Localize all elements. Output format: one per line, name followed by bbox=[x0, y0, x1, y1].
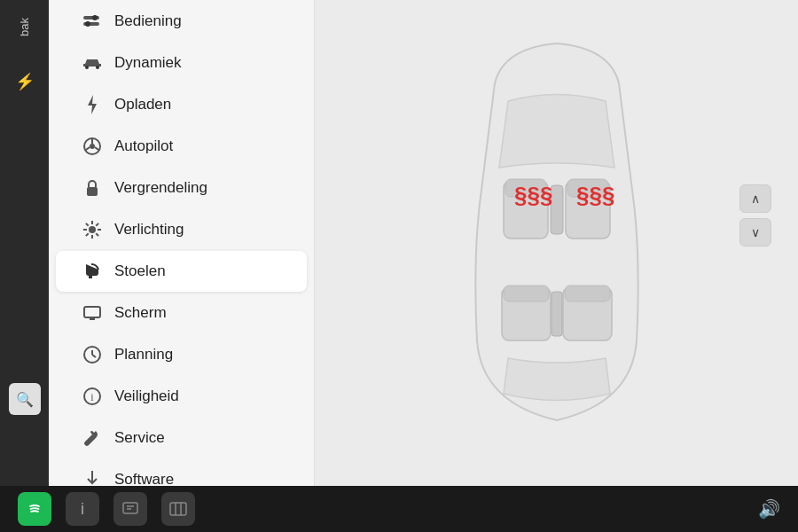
lock-icon bbox=[82, 178, 102, 198]
sidebar-item-stoelen[interactable]: Stoelen bbox=[56, 251, 307, 292]
svg-point-1 bbox=[92, 15, 98, 20]
chevron-up-button[interactable]: ∧ bbox=[739, 184, 771, 213]
sidebar-label-bediening: Bediening bbox=[114, 12, 182, 30]
clock-icon bbox=[82, 345, 102, 364]
svg-line-9 bbox=[86, 147, 90, 150]
svg-rect-45 bbox=[123, 503, 137, 513]
left-panel: bak ⚡ 🔍 bbox=[0, 0, 49, 486]
sidebar-item-dynamiek[interactable]: Dynamiek bbox=[56, 43, 307, 83]
svg-point-3 bbox=[85, 21, 90, 27]
toggle-icon bbox=[82, 12, 102, 31]
svg-text:i: i bbox=[90, 391, 94, 403]
svg-line-10 bbox=[95, 147, 98, 150]
sidebar-item-verlichting[interactable]: Verlichting bbox=[56, 209, 307, 250]
steering-icon bbox=[82, 137, 102, 156]
taskbar-controls: 🔊 bbox=[758, 498, 780, 520]
svg-point-12 bbox=[89, 226, 96, 233]
svg-rect-40 bbox=[565, 286, 610, 301]
sidebar-item-planning[interactable]: Planning bbox=[56, 334, 307, 375]
taskbar: i 🔊 bbox=[0, 486, 798, 532]
light-icon bbox=[82, 220, 102, 239]
sidebar-item-bediening[interactable]: Bediening bbox=[56, 1, 307, 42]
sidebar-label-software: Software bbox=[114, 471, 174, 486]
sidebar-label-planning: Planning bbox=[114, 346, 173, 364]
bolt-icon bbox=[82, 95, 102, 114]
sidebar-item-vergrendeling[interactable]: Vergrendeling bbox=[56, 168, 307, 208]
sidebar-label-opladen: Opladen bbox=[114, 96, 171, 113]
sidebar-item-opladen[interactable]: Opladen bbox=[56, 84, 307, 125]
taskbar-apps: i bbox=[18, 492, 195, 526]
chevron-down-icon: ∨ bbox=[751, 225, 760, 239]
sidebar-label-dynamiek: Dynamiek bbox=[114, 54, 182, 72]
sidebar-item-service[interactable]: Service bbox=[56, 418, 307, 458]
left-panel-icon: ⚡ bbox=[15, 72, 35, 91]
sidebar-label-scherm: Scherm bbox=[114, 304, 167, 322]
sidebar-label-service: Service bbox=[114, 429, 165, 447]
main-content-area: §§§ §§§ ∧ ∨ bbox=[315, 0, 798, 486]
info-button[interactable]: i bbox=[66, 492, 99, 526]
svg-line-18 bbox=[96, 233, 98, 236]
chevron-down-button[interactable]: ∨ bbox=[739, 218, 771, 246]
svg-rect-41 bbox=[552, 292, 562, 336]
wrench-icon bbox=[82, 428, 102, 448]
download-icon bbox=[82, 470, 102, 486]
svg-rect-48 bbox=[170, 503, 186, 515]
sidebar-item-autopilot[interactable]: Autopilot bbox=[56, 126, 307, 167]
media-button[interactable] bbox=[161, 492, 195, 526]
search-button[interactable]: 🔍 bbox=[9, 383, 41, 415]
spotify-button[interactable] bbox=[18, 492, 51, 526]
svg-rect-38 bbox=[504, 286, 549, 301]
screen-icon bbox=[82, 303, 102, 323]
svg-text:§§§: §§§ bbox=[514, 182, 552, 208]
seat-icon bbox=[82, 262, 102, 281]
sidebar-label-veiligheid: Veiligheid bbox=[114, 387, 179, 405]
sidebar-item-veiligheid[interactable]: i Veiligheid bbox=[56, 376, 307, 417]
svg-line-17 bbox=[86, 223, 89, 226]
svg-point-7 bbox=[90, 144, 95, 149]
info-circle-icon: i bbox=[82, 387, 102, 406]
volume-icon[interactable]: 🔊 bbox=[758, 498, 780, 520]
main-screen: bak ⚡ 🔍 Bediening bbox=[0, 0, 798, 486]
svg-point-5 bbox=[96, 66, 99, 69]
sidebar-menu: Bediening Dynamiek Opladen bbox=[49, 0, 315, 486]
sidebar-label-vergrendeling: Vergrendeling bbox=[114, 179, 207, 197]
svg-line-26 bbox=[92, 355, 96, 357]
svg-line-20 bbox=[86, 233, 89, 236]
left-panel-label: bak bbox=[18, 18, 31, 36]
sidebar-label-stoelen: Stoelen bbox=[114, 262, 166, 280]
svg-rect-21 bbox=[84, 307, 100, 317]
car-icon bbox=[82, 53, 102, 73]
sidebar-label-verlichting: Verlichting bbox=[114, 221, 184, 239]
sidebar-label-autopilot: Autopilot bbox=[114, 137, 173, 155]
svg-line-19 bbox=[96, 223, 98, 226]
nav-button[interactable] bbox=[113, 492, 147, 526]
sidebar-item-scherm[interactable]: Scherm bbox=[56, 293, 307, 333]
svg-rect-11 bbox=[87, 187, 98, 196]
svg-text:§§§: §§§ bbox=[576, 182, 614, 208]
car-illustration: §§§ §§§ bbox=[406, 30, 708, 456]
sidebar-item-software[interactable]: Software bbox=[56, 459, 307, 486]
chevron-up-icon: ∧ bbox=[751, 192, 760, 206]
svg-point-4 bbox=[85, 66, 89, 69]
chevron-control: ∧ ∨ bbox=[739, 184, 771, 246]
